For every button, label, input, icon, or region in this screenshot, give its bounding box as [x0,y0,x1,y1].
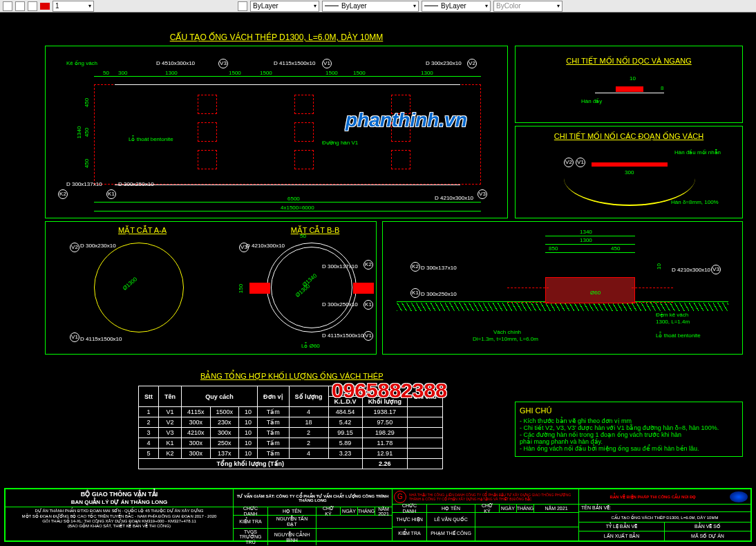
logo-icon: G [394,491,406,503]
bycolor-select[interactable]: ByColor [493,1,563,12]
td: MÃ SỐ DỰ ÁN [665,531,750,540]
cad-canvas[interactable]: CẤU TẠO ỐNG VÁCH THÉP D1300, L=6.0M, DÀY… [0,12,756,546]
dim-label: D 300x137x10 [322,263,358,270]
dim: Lỗ Ø60 [301,343,320,349]
label: Lỗ thoát bentonite [656,332,701,339]
support-r [632,288,673,303]
stamp-icon [730,491,748,502]
label-han: Đường hàn V1 [322,140,358,146]
support-l [507,288,549,303]
bylayer2-select[interactable]: ByLayer [322,1,419,12]
label: Di=1.3m, t=10mm, L=6.0m [473,336,538,342]
bylayer1-select[interactable]: ByLayer [250,1,319,12]
td: BẢN VẼ SỐ [665,523,750,531]
cube2-icon[interactable] [28,1,37,11]
tag-k2: K2 [410,262,420,272]
stiffener [391,150,410,169]
support-left [249,283,270,294]
td: THỰC HIỆN [393,513,427,527]
title-block: BỘ GIAO THÔNG VẬN TẢI BAN QUẢN LÝ DỰ ÁN … [4,488,752,542]
dim-line [94,211,481,211]
td: KIỂM TRA [393,527,427,541]
dim-line [94,76,481,77]
dim [545,244,635,245]
th: HỌ TÊN [427,505,475,512]
th: NĂM 2021 [375,507,392,515]
th: CHỨC DANH [234,507,268,515]
tag-k1: K1 [106,189,116,199]
detail1-title: CHI TIẾT MỐI NỐI DỌC VÀ NGANG [516,57,742,66]
dim: 450 [84,159,90,168]
dim-label: D 300x137x10 [66,181,102,187]
layer-select[interactable]: 1 [53,1,94,12]
section-a-title: MẶT CẮT A-A [87,226,198,235]
dim: 450 [84,98,90,107]
tag-v2: V2 [564,158,574,167]
bylayer3-select[interactable]: ByLayer [422,1,491,12]
dim: 1500 [325,70,338,76]
detail-segment-panel: CHI TIẾT MỐI NỐI CÁC ĐOẠN ỐNG VÁCH V2 V1… [515,126,743,218]
td: KIỂM TRA [234,516,268,528]
dim-label: D 4115x1500x10 [322,332,364,339]
td [316,516,392,528]
dim: 6500 [287,196,300,202]
dim-label: D 4510x300x10 [156,60,195,66]
detail-joint-panel: CHI TIẾT MỐI NỐI DỌC VÀ NGANG 10 8 Hàn đ… [515,46,743,123]
td [316,529,392,545]
dim: 1300 [165,70,178,76]
detail2-title: CHI TIẾT MỐI NỐI CÁC ĐOẠN ỐNG VÁCH [516,132,742,141]
watermark-phone: 0965882388 [332,379,447,402]
dim-line [94,202,481,203]
color-swatch-icon[interactable] [40,3,50,10]
td: LÊ VĂN QUỐC [427,513,475,527]
label: Đệm kê vách [656,312,688,318]
drawing-name: CẤU TẠO ỐNG VÁCH THÉP D1300, L=6.0M, DÀY… [579,512,750,523]
project: DỰ ÁN THÀNH PHẦN ĐTXD ĐOẠN MAI SƠN - QUỐ… [6,507,233,514]
tag-v3: V3 [218,59,228,68]
section-a-panel: MẶT CẮT A-A D 300x230x10 V2 D 4115x1500x… [45,221,377,355]
td: NGUYỄN CẢNH BÌNH [268,529,316,545]
project: MỘT SỐ ĐOẠN ĐƯỜNG BỘ CAO TỐC TRÊN TUYẾN … [6,514,233,518]
tag-k1: K1 [410,288,420,298]
cube-icon[interactable] [15,1,25,11]
label: 1300, L=1.4m [656,319,690,325]
notes-title: GHI CHÚ [520,406,738,415]
dim: 300 [625,169,634,176]
dim: 1500 [353,70,366,76]
dim: 10 [630,75,636,82]
dim: 8 [661,85,663,91]
dim: 450 [84,128,90,137]
td: TỶ LỆ BẢN VẼ [579,523,665,531]
th: CHỨC DANH [393,505,427,512]
circle-outer [94,243,184,332]
tag-k1: K1 [363,300,373,310]
tag-v1: V1 [363,331,373,341]
consultant: TƯ VẤN GIÁM SÁT: CÔNG TY CỔ PHẦN TƯ VẤN … [234,489,392,507]
lbl: TÊN BẢN VẼ: [579,505,750,512]
dim-label: D 300x250x10 [322,301,358,308]
td [475,513,578,527]
th: NGÀY [341,507,358,515]
note-line: - Chi tiết V2, V3, V3' được hàn với V1 b… [520,424,738,431]
th: THÁNG [517,505,534,512]
globe-icon[interactable] [3,1,12,11]
dim: 1340 [76,126,82,139]
weld-detail [616,86,643,92]
dim-label: D 300x137x10 [421,265,457,271]
stiffener [294,150,314,169]
weld [592,162,668,167]
dim-label: D 300x230x10 [426,60,462,66]
color-icon[interactable] [238,1,247,11]
notes-box: GHI CHÚ - Kích thước bản vẽ ghi theo đơn… [515,402,743,457]
stiffener [198,150,217,169]
install-panel: 1340 1300 850 450 D 300x137x10 K2 D 300x… [382,221,743,355]
note-line: - Kích thước bản vẽ ghi theo đơn vị mm [520,417,738,424]
td [475,527,578,541]
tag-v1: V1 [576,158,585,167]
dim-label: D 300x250x10 [421,291,457,297]
dim-label: D 4210x300x10 [435,195,473,201]
stiffener [294,122,314,142]
tag-v3: V3 [478,189,487,199]
project: GÓI THẦU SỐ 14-XL: THI CÔNG XÂY DỰNG ĐOẠ… [6,518,233,523]
dim: 850 [549,245,558,252]
